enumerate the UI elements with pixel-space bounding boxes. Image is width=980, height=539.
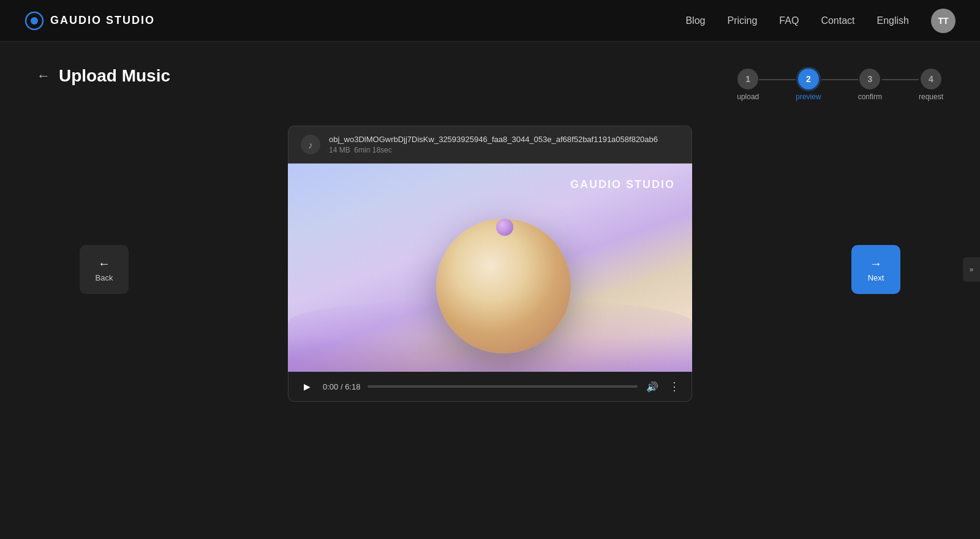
artwork-main-sphere — [436, 219, 571, 353]
step-line-2-3 — [821, 79, 858, 80]
nav-links: Blog Pricing FAQ Contact English TT — [685, 9, 956, 33]
step-2-label: preview — [796, 92, 821, 101]
nav-blog[interactable]: Blog — [685, 15, 705, 26]
back-button[interactable]: ← Back — [80, 245, 129, 294]
next-button-label: Next — [868, 273, 884, 282]
artwork-small-sphere — [496, 219, 513, 236]
next-button-arrow: → — [870, 257, 882, 271]
more-options-button[interactable]: ⋮ — [667, 379, 682, 394]
header: GAUDIO STUDIO Blog Pricing FAQ Contact E… — [0, 0, 980, 42]
back-arrow-button[interactable]: ← — [37, 68, 50, 84]
step-3-label: confirm — [858, 92, 882, 101]
step-2: 2 preview — [796, 69, 821, 101]
back-title-area: ← Upload Music — [37, 66, 170, 86]
step-line-3-4 — [882, 79, 919, 80]
page-body: ← Upload Music 1 upload 2 preview 3 — [0, 42, 980, 402]
svg-point-1 — [31, 17, 38, 24]
step-4-circle: 4 — [921, 69, 941, 89]
file-name: obj_wo3DlMOGwrbDjj7DisKw_32593925946_faa… — [329, 135, 658, 144]
step-3: 3 confirm — [858, 69, 882, 101]
step-2-circle: 2 — [798, 69, 819, 89]
top-row: ← Upload Music 1 upload 2 preview 3 — [37, 66, 943, 101]
nav-contact[interactable]: Contact — [821, 15, 854, 26]
back-button-label: Back — [96, 273, 113, 282]
back-button-arrow: ← — [98, 257, 110, 271]
time-display: 0:00 / 6:18 — [323, 382, 360, 391]
step-4-label: request — [919, 92, 943, 101]
step-line-1-2 — [759, 79, 796, 80]
main-content: ♪ obj_wo3DlMOGwrbDjj7DisKw_32593925946_f… — [288, 126, 692, 402]
nav-pricing[interactable]: Pricing — [727, 15, 757, 26]
step-3-circle: 3 — [859, 69, 880, 89]
music-icon-circle: ♪ — [301, 135, 320, 154]
file-info-bar: ♪ obj_wo3DlMOGwrbDjj7DisKw_32593925946_f… — [288, 126, 692, 164]
step-1-circle: 1 — [737, 69, 758, 89]
collapse-icon: » — [970, 265, 974, 274]
page-title: Upload Music — [59, 66, 170, 86]
step-1-label: upload — [737, 92, 759, 101]
file-details: obj_wo3DlMOGwrbDjj7DisKw_32593925946_faa… — [329, 135, 658, 154]
artwork-background: GAUDIO STUDIO — [288, 164, 692, 372]
stepper: 1 upload 2 preview 3 confirm — [737, 69, 943, 101]
gaudio-logo-icon — [24, 11, 44, 31]
progress-bar[interactable] — [368, 385, 638, 388]
video-artwork: GAUDIO STUDIO — [288, 164, 692, 372]
logo[interactable]: GAUDIO STUDIO — [24, 11, 155, 31]
user-avatar[interactable]: TT — [931, 9, 956, 33]
logo-text: GAUDIO STUDIO — [50, 14, 155, 27]
step-1: 1 upload — [737, 69, 759, 101]
language-selector[interactable]: English — [877, 15, 909, 26]
file-meta: 14 MB 6min 18sec — [329, 146, 658, 154]
video-container: GAUDIO STUDIO — [288, 164, 692, 372]
next-button[interactable]: → Next — [851, 245, 900, 294]
artwork-brand-watermark: GAUDIO STUDIO — [570, 178, 675, 191]
volume-button[interactable]: 🔊 — [645, 379, 660, 394]
music-note-icon: ♪ — [308, 140, 313, 150]
play-button[interactable]: ▶ — [298, 378, 315, 395]
video-controls: ▶ 0:00 / 6:18 🔊 ⋮ — [288, 372, 692, 402]
collapse-handle[interactable]: » — [963, 257, 980, 282]
step-4: 4 request — [919, 69, 943, 101]
nav-faq[interactable]: FAQ — [779, 15, 799, 26]
